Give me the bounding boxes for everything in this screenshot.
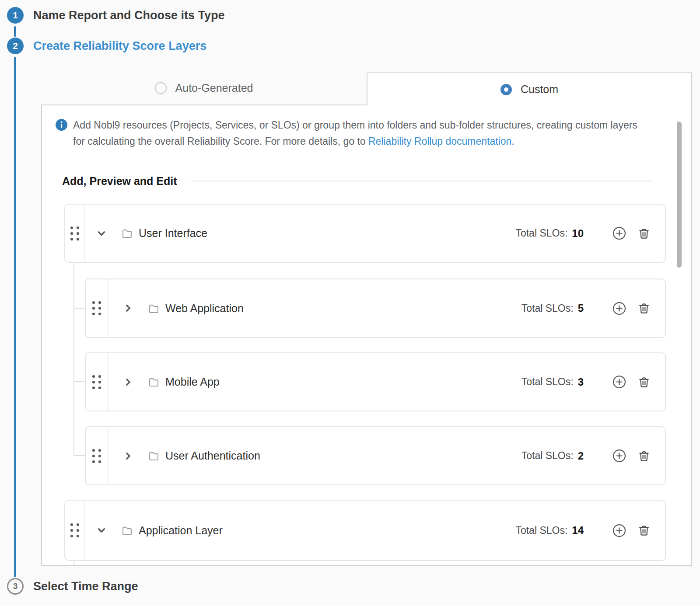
step-3[interactable]: 3 Select Time Range: [7, 578, 138, 595]
tree-connector-stub: [74, 455, 85, 456]
chevron-right-icon[interactable]: [122, 450, 134, 462]
layer-row-web-application[interactable]: Web Application Total SLOs: 5: [85, 279, 666, 338]
add-resource-button[interactable]: [612, 302, 626, 315]
delete-layer-button[interactable]: [637, 227, 651, 240]
add-resource-button[interactable]: [612, 226, 626, 240]
chevron-right-icon[interactable]: [122, 376, 134, 388]
add-resource-button[interactable]: [612, 524, 626, 537]
info-message: Add Nobl9 resources (Projects, Services,…: [73, 117, 642, 150]
auto-generated-radio[interactable]: [155, 82, 167, 94]
drag-handle[interactable]: [86, 353, 108, 411]
custom-layers-panel: Add Nobl9 resources (Projects, Services,…: [41, 105, 692, 566]
layer-name: Mobile App: [165, 376, 220, 388]
layer-name: Application Layer: [139, 524, 223, 537]
panel-scrollbar[interactable]: [677, 122, 682, 268]
total-slos-count: 14: [572, 524, 584, 536]
section-divider: [191, 181, 654, 181]
step-3-indicator[interactable]: 3: [7, 578, 24, 595]
step-2[interactable]: 2 Create Reliability Score Layers: [7, 38, 206, 54]
layer-row-user-authentication[interactable]: User Authentication Total SLOs: 2: [85, 426, 666, 485]
total-slos-label: Total SLOs:: [515, 227, 567, 239]
total-slos-label: Total SLOs:: [515, 525, 567, 536]
folder-icon: [148, 450, 160, 462]
custom-radio[interactable]: [500, 84, 512, 95]
chevron-down-icon[interactable]: [96, 525, 107, 536]
delete-layer-button[interactable]: [637, 376, 651, 389]
layer-name: Web Application: [165, 302, 244, 315]
stepper-rail-segment: [14, 57, 16, 577]
step-1[interactable]: 1 Name Report and Choose its Type: [7, 7, 225, 24]
total-slos-label: Total SLOs:: [522, 303, 574, 314]
delete-layer-button[interactable]: [637, 449, 651, 463]
create-report-wizard: 1 Name Report and Choose its Type 2 Crea…: [0, 0, 700, 606]
tab-custom-label: Custom: [521, 83, 558, 96]
layer-name: User Interface: [139, 227, 207, 240]
reliability-rollup-doc-link[interactable]: Reliability Rollup documentation.: [368, 136, 514, 147]
total-slos-count: 10: [572, 227, 584, 240]
total-slos-count: 5: [578, 302, 584, 314]
total-slos-label: Total SLOs:: [522, 450, 574, 462]
layer-row-application-layer[interactable]: Application Layer Total SLOs: 14: [64, 500, 666, 561]
chevron-right-icon[interactable]: [122, 303, 134, 314]
step-1-indicator[interactable]: 1: [7, 7, 24, 24]
tree-connector-stub: [74, 381, 85, 382]
folder-icon: [121, 525, 133, 536]
step-1-title: Name Report and Choose its Type: [33, 9, 225, 22]
step-3-title: Select Time Range: [33, 580, 138, 593]
layer-name: User Authentication: [165, 449, 260, 462]
total-slos-label: Total SLOs:: [522, 376, 574, 388]
drag-handle[interactable]: [65, 205, 85, 262]
step-2-title: Create Reliability Score Layers: [33, 39, 206, 53]
drag-handle[interactable]: [86, 427, 108, 484]
stepper-rail-segment: [14, 26, 16, 37]
delete-layer-button[interactable]: [637, 524, 651, 537]
total-slos-count: 2: [578, 450, 584, 462]
layer-row-mobile-app[interactable]: Mobile App Total SLOs: 3: [85, 352, 666, 411]
drag-handle[interactable]: [65, 501, 85, 560]
add-resource-button[interactable]: [612, 449, 626, 463]
delete-layer-button[interactable]: [637, 302, 651, 315]
tree-connector-vertical: [74, 263, 74, 456]
folder-icon: [148, 376, 160, 388]
info-message-text: Add Nobl9 resources (Projects, Services,…: [73, 119, 637, 147]
layer-row-user-interface[interactable]: User Interface Total SLOs: 10: [64, 204, 666, 263]
info-icon: [56, 119, 67, 132]
section-title: Add, Preview and Edit: [62, 175, 177, 188]
step-2-indicator[interactable]: 2: [7, 38, 24, 54]
total-slos-count: 3: [578, 376, 584, 388]
folder-icon: [121, 227, 133, 239]
section-header: Add, Preview and Edit: [62, 174, 654, 188]
tab-auto-generated[interactable]: Auto-Generated: [41, 72, 367, 104]
chevron-down-icon[interactable]: [96, 228, 107, 239]
tab-auto-generated-label: Auto-Generated: [175, 82, 253, 94]
tree-connector-stub: [74, 308, 85, 309]
folder-icon: [148, 303, 160, 314]
add-resource-button[interactable]: [612, 375, 626, 389]
tab-custom[interactable]: Custom: [367, 72, 692, 106]
drag-handle[interactable]: [86, 279, 108, 337]
